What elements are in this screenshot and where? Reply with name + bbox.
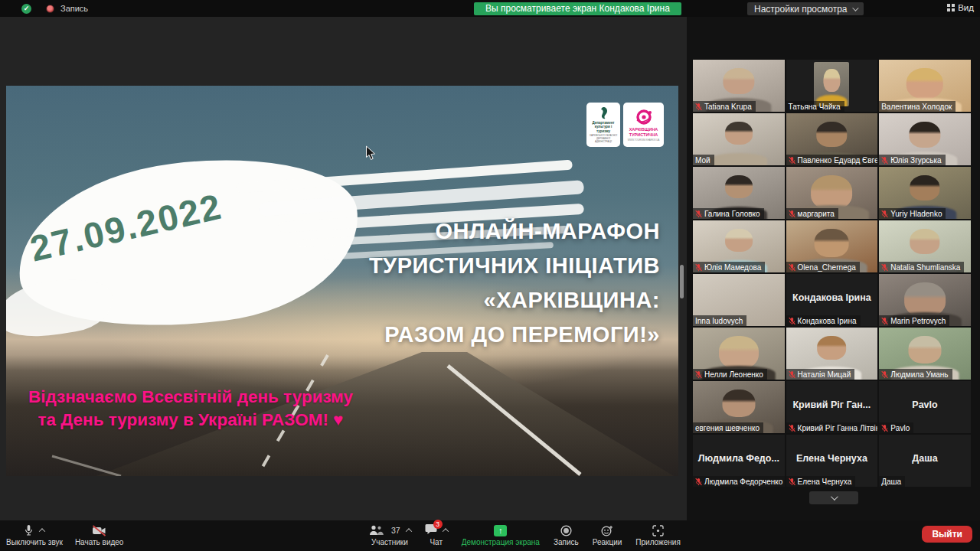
person-head-silhouette — [719, 336, 759, 369]
leave-button[interactable]: Выйти — [922, 526, 972, 543]
mic-muted-glyph — [881, 210, 888, 218]
participant-tile[interactable]: Юлія Мамедова — [693, 220, 785, 272]
participant-name-text: Tatiana Krupa — [704, 103, 752, 111]
participant-display-name: Елена Чернуха — [789, 453, 875, 464]
participant-name-label: Marin Petrovych — [879, 315, 949, 326]
participant-name-text: Yuriy Hladenko — [890, 210, 942, 218]
participant-tile[interactable]: Natalia Shumlianska — [879, 220, 971, 272]
participant-tile[interactable]: ДашаДаша — [879, 435, 971, 487]
participant-tile[interactable]: Елена ЧернухаЕлена Чернуха — [786, 435, 878, 487]
mic-muted-glyph — [789, 210, 795, 218]
share-screen-button[interactable]: ↑ Демонстрация экрана — [462, 524, 540, 546]
person-head-silhouette — [725, 175, 753, 198]
participant-tile[interactable]: Нелли Леоненко — [693, 328, 785, 380]
viewing-screen-banner: Вы просматриваете экран Кондакова Ірина — [474, 2, 681, 15]
kharkivshchyna-tourist-logo: ХАРКІВЩИНА ТУРИСТИЧНА WWW.TOURISM.KHARKI… — [623, 103, 664, 147]
participant-tile[interactable]: евгения шевченко — [693, 381, 785, 433]
participant-tile[interactable]: Павленко Едуард Євген... — [786, 113, 878, 165]
chevron-down-icon — [831, 493, 838, 500]
mic-muted-glyph — [881, 263, 888, 272]
mic-muted-glyph — [789, 263, 795, 272]
participant-name-label: Татьяна Чайка — [786, 101, 844, 112]
vertical-scrollbar[interactable] — [680, 265, 684, 298]
mic-muted-icon — [695, 263, 702, 272]
mic-muted-icon — [695, 370, 702, 379]
participant-name-label: Мой — [693, 155, 714, 165]
more-participants-button[interactable] — [809, 491, 858, 504]
mute-button[interactable]: Выключить звук — [6, 524, 63, 546]
participant-display-name: Кондакова Ірина — [789, 292, 875, 303]
security-shield-icon[interactable]: ✓ — [21, 4, 31, 14]
mic-muted-icon — [881, 156, 888, 165]
person-head-silhouette — [817, 122, 847, 147]
person-head-silhouette — [818, 336, 847, 360]
participant-tile[interactable]: маргарита — [786, 167, 878, 219]
participant-tile[interactable]: Кондакова ІринаКондакова Ірина — [786, 274, 878, 326]
participant-tile[interactable]: Marin Petrovych — [879, 274, 971, 326]
person-head-silhouette — [910, 175, 939, 201]
participant-name-label: Даша — [879, 476, 905, 487]
person-head-silhouette — [815, 229, 849, 257]
participant-tile[interactable]: Людмила Умань — [879, 328, 971, 380]
participant-name-text: Нелли Леоненко — [704, 370, 763, 379]
person-head-silhouette — [725, 229, 753, 252]
participant-tile[interactable]: Галина Головко — [693, 167, 785, 219]
start-video-button[interactable]: Начать видео — [75, 524, 124, 546]
participant-tile[interactable]: Yuriy Hladenko — [879, 167, 971, 219]
view-settings-button[interactable]: Настройки просмотра — [747, 2, 864, 15]
participant-name-text: Даша — [881, 478, 901, 486]
participant-name-text: Людмила Умань — [890, 370, 948, 379]
participant-name-text: Мой — [695, 156, 710, 165]
participant-name-text: Юлія Мамедова — [704, 263, 761, 272]
participant-display-name: Кривий Ріг Ган... — [789, 399, 875, 410]
participant-profile-photo — [814, 62, 849, 106]
record-button[interactable]: Запись — [554, 524, 579, 546]
participant-tile[interactable]: Юлія Згурська — [879, 113, 971, 165]
participant-tile[interactable]: Людмила Федо...Людмила Федорченко — [693, 435, 785, 487]
participant-tile[interactable]: Наталія Мицай — [786, 328, 878, 380]
chat-unread-badge: 3 — [433, 520, 443, 529]
chat-button[interactable]: 3 Чат — [425, 524, 448, 546]
mic-muted-glyph — [695, 263, 702, 272]
mic-muted-glyph — [695, 370, 702, 379]
participant-name-label: Yuriy Hladenko — [879, 208, 946, 219]
mouse-cursor — [365, 145, 376, 161]
mic-muted-icon — [789, 370, 795, 379]
participant-grid: Tatiana KrupaТатьяна ЧайкаВалентина Холо… — [693, 60, 971, 487]
seahorse-logo-icon — [597, 106, 609, 120]
view-grid-icon — [947, 4, 955, 11]
participant-name-label: Людмила Федорченко — [693, 476, 785, 487]
reactions-button[interactable]: Реакции — [593, 524, 622, 546]
participant-name-label: Людмила Умань — [879, 369, 952, 380]
person-head-silhouette — [725, 122, 753, 145]
participant-tile[interactable]: Мой — [693, 113, 785, 165]
mic-muted-icon — [695, 103, 702, 111]
mic-muted-icon — [881, 317, 888, 325]
participant-tile[interactable]: PavloPavlo — [879, 381, 971, 433]
participant-name-label: Кондакова Ірина — [786, 315, 861, 326]
participant-name-text: Людмила Федорченко — [704, 478, 782, 486]
view-button[interactable]: Вид — [947, 3, 974, 12]
apps-button[interactable]: Приложения — [635, 524, 681, 546]
participant-name-label: Галина Головко — [693, 208, 764, 219]
shared-screen-area: 27.09.2022 ОНЛАЙН-МАРАФОН ТУРИСТИЧНИХ ІН… — [0, 17, 687, 520]
participants-button[interactable]: 37 Участники — [368, 524, 411, 546]
meeting-toolbar: Выключить звук Начать видео 37 — [0, 520, 980, 551]
mic-muted-icon — [881, 210, 888, 218]
mic-options-chevron-icon[interactable] — [39, 528, 45, 534]
participants-count: 37 — [391, 526, 400, 535]
participants-chevron-icon[interactable] — [405, 528, 411, 534]
person-head-silhouette — [908, 336, 941, 364]
mic-muted-glyph — [881, 370, 888, 379]
chat-chevron-icon[interactable] — [442, 528, 448, 534]
participant-tile[interactable]: Валентина Холодок — [879, 60, 971, 112]
participant-tile[interactable]: Olena_Chernega — [786, 220, 878, 272]
view-settings-label: Настройки просмотра — [754, 3, 848, 15]
participant-tile[interactable]: Tatiana Krupa — [693, 60, 785, 112]
participant-tile[interactable]: Inna Iudovych — [693, 274, 785, 326]
participant-tile[interactable]: Татьяна Чайка — [786, 60, 878, 112]
participant-name-text: Елена Чернуха — [798, 478, 852, 486]
mic-muted-icon — [789, 210, 795, 218]
microphone-icon — [24, 524, 34, 536]
participant-tile[interactable]: Кривий Ріг Ган...Кривий Ріг Ганна Літвін… — [786, 381, 878, 433]
